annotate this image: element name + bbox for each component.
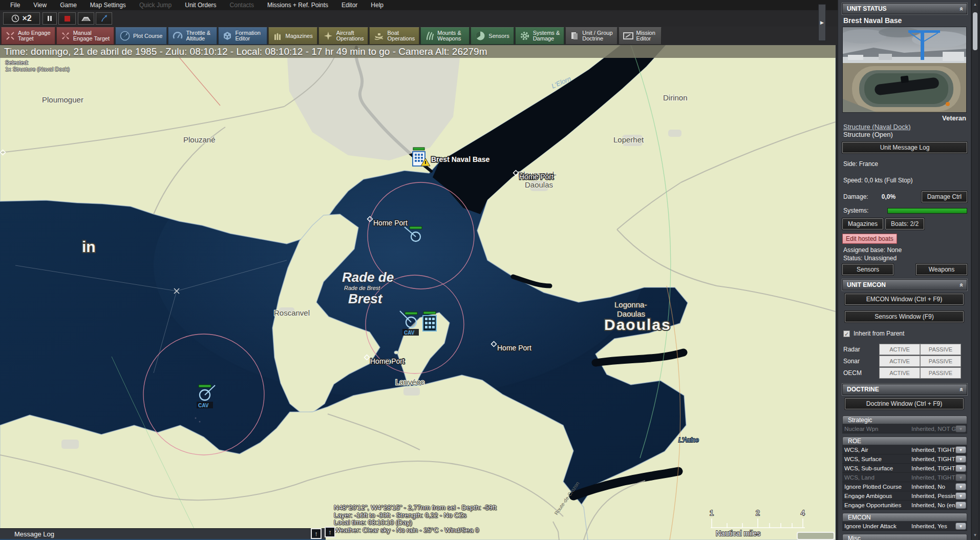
operations-toolbar: Auto EngageTarget ManualEngage Target Pl… bbox=[0, 27, 838, 45]
scroll-up-icon[interactable]: ▲ bbox=[973, 2, 977, 7]
edit-hosted-boats-button[interactable]: Edit hosted boats bbox=[842, 234, 897, 244]
dropdown-chevron-icon[interactable]: ▼ bbox=[955, 483, 966, 490]
map-viewport[interactable]: Ploumoguer Plouzané Roscanvel Lanvéoc Pl… bbox=[0, 45, 836, 540]
message-log-bar[interactable]: Message Log bbox=[0, 528, 326, 540]
svg-text:Nautical miles: Nautical miles bbox=[716, 529, 760, 537]
manual-engage-target-button[interactable]: ManualEngage Target bbox=[56, 27, 114, 45]
stop-button[interactable] bbox=[58, 12, 76, 25]
ignore-under-attack-row: Ignore Under Attack Inherited, Yes ▼ bbox=[842, 522, 967, 531]
dropdown-chevron-icon[interactable]: ▼ bbox=[955, 523, 966, 530]
boats-button[interactable]: Boats: 2/2 bbox=[885, 218, 924, 230]
scrollbar-thumb[interactable] bbox=[973, 12, 977, 50]
nuclear-wpn-row: Nuclear Wpn Inherited, NOT G ▼ bbox=[842, 424, 967, 433]
unit-status-header[interactable]: UNIT STATUS » bbox=[842, 3, 967, 14]
roe-subheader: ROE bbox=[842, 437, 967, 445]
jump-to-button[interactable] bbox=[96, 12, 112, 25]
sonar-passive-button[interactable]: PASSIVE bbox=[920, 356, 961, 367]
dropdown-chevron-icon[interactable]: ▼ bbox=[955, 465, 966, 472]
collapse-chevron-icon[interactable]: » bbox=[957, 387, 965, 391]
systems-damage-button[interactable]: Systems &Damage bbox=[515, 27, 565, 45]
inherit-from-parent-label: Inherit from Parent bbox=[854, 330, 904, 337]
sensors-window-button[interactable]: Sensors Window (F9) bbox=[845, 311, 964, 322]
wcs-surface-row: WCS, Surface Inherited, TIGHT ▼ bbox=[842, 454, 967, 464]
command-modern-operations-window: Ploumoguer Plouzané Roscanvel Lanvéoc Pl… bbox=[0, 0, 980, 540]
oecm-active-button[interactable]: ACTIVE bbox=[879, 367, 920, 379]
sidebar-scrollbar[interactable]: ▲ ▼ bbox=[971, 0, 978, 540]
wcs-air-row: WCS, Air Inherited, TIGHT ▼ bbox=[842, 445, 967, 454]
doctrine-header[interactable]: DOCTRINE » bbox=[842, 384, 967, 395]
health-bar bbox=[413, 148, 424, 150]
map-corner-control[interactable] bbox=[797, 532, 835, 540]
sonar-active-button[interactable]: ACTIVE bbox=[879, 356, 920, 367]
doctrine-window-button[interactable]: Doctrine Window (Ctrl + F9) bbox=[845, 398, 964, 409]
radar-label: Radar bbox=[843, 346, 879, 353]
unit-message-log-button[interactable]: Unit Message Log bbox=[842, 142, 967, 153]
engage-opportunities-row: Engage Opportunities Inherited, No (en ▼ bbox=[842, 501, 967, 510]
menu-map-settings[interactable]: Map Settings bbox=[84, 1, 132, 10]
formation-icon bbox=[223, 31, 232, 40]
cav-label: CAV bbox=[404, 330, 415, 336]
aulne-label: L'Aulne bbox=[678, 437, 699, 444]
emcon-window-button[interactable]: EMCON Window (Ctrl + F9) bbox=[845, 294, 964, 305]
menu-help[interactable]: Help bbox=[365, 1, 390, 10]
menu-bar: File View Game Map Settings Quick Jump U… bbox=[0, 0, 838, 10]
menu-file[interactable]: File bbox=[4, 1, 26, 10]
pause-icon bbox=[47, 15, 53, 22]
menu-unit-orders[interactable]: Unit Orders bbox=[179, 1, 222, 10]
sensors-sidebar-button[interactable]: Sensors bbox=[842, 264, 893, 275]
plot-course-button[interactable]: Plot Course bbox=[115, 27, 167, 45]
collapse-chevron-icon[interactable]: » bbox=[957, 283, 965, 286]
unit-type-link[interactable]: Structure (Naval Dock) bbox=[843, 123, 967, 131]
aircraft-operations-button[interactable]: AircraftOperations bbox=[318, 27, 369, 45]
bridge-view-button[interactable] bbox=[78, 12, 94, 25]
radar-passive-button[interactable]: PASSIVE bbox=[920, 344, 961, 355]
radar-active-button[interactable]: ACTIVE bbox=[879, 344, 920, 355]
oecm-passive-button[interactable]: PASSIVE bbox=[920, 367, 961, 379]
mission-editor-button[interactable]: MissionEditor bbox=[619, 27, 662, 45]
magazines-sidebar-button[interactable]: Magazines bbox=[842, 218, 883, 230]
auto-engage-target-button[interactable]: Auto EngageTarget bbox=[1, 27, 55, 45]
throttle-gauge-icon bbox=[173, 31, 183, 40]
boat-operations-button[interactable]: BoatOperations bbox=[369, 27, 419, 45]
emcon-table: Radar ACTIVE PASSIVE Sonar ACTIVE PASSIV… bbox=[843, 343, 967, 379]
svg-text:Home Port: Home Port bbox=[373, 219, 408, 227]
dropdown-chevron-icon[interactable]: ▼ bbox=[955, 502, 966, 509]
dropdown-chevron-icon[interactable]: ▼ bbox=[955, 446, 966, 453]
magazines-icon bbox=[273, 31, 282, 40]
strategic-subheader: Strategic bbox=[842, 416, 967, 424]
pause-button[interactable] bbox=[42, 12, 57, 25]
dropdown-chevron-icon[interactable]: ▼ bbox=[955, 492, 966, 500]
menu-missions-ref-points[interactable]: Missions + Ref. Points bbox=[261, 1, 334, 10]
cursor-status-block: N48°20'12", W4°28'15" - 2,77nm from sel … bbox=[334, 504, 496, 534]
svg-text:Brest: Brest bbox=[348, 291, 383, 306]
svg-text:Ploumoguer: Ploumoguer bbox=[42, 95, 83, 104]
unit-emcon-header[interactable]: UNIT EMCON » bbox=[842, 279, 967, 290]
center-camera-icon[interactable]: ↑ bbox=[325, 527, 335, 537]
formation-editor-button[interactable]: FormationEditor bbox=[218, 27, 267, 45]
inherit-from-parent-checkbox[interactable]: ✓ bbox=[843, 330, 850, 337]
menu-editor[interactable]: Editor bbox=[335, 1, 364, 10]
collapse-chevron-icon[interactable]: » bbox=[957, 7, 965, 10]
dropdown-chevron-icon[interactable]: ▼ bbox=[955, 455, 966, 463]
unit-status-title: UNIT STATUS bbox=[847, 5, 887, 12]
unit-group-doctrine-button[interactable]: Unit / GroupDoctrine bbox=[565, 27, 617, 45]
message-log-label: Message Log bbox=[14, 530, 54, 538]
menu-game[interactable]: Game bbox=[54, 1, 83, 10]
scroll-down-icon[interactable]: ▼ bbox=[973, 533, 977, 537]
emcon-subheader: EMCON bbox=[842, 513, 967, 522]
sidebar-collapse-button[interactable]: ▶ bbox=[818, 4, 826, 41]
throttle-altitude-button[interactable]: Throttle &Altitude bbox=[168, 27, 217, 45]
menu-view[interactable]: View bbox=[27, 1, 53, 10]
selected-label: Selected: bbox=[5, 59, 70, 66]
mounts-weapons-button[interactable]: Mounts &Weapons bbox=[420, 27, 470, 45]
logonna-label: Logonna- Daoulas bbox=[614, 300, 647, 318]
time-compression-button[interactable]: ×2 bbox=[3, 12, 40, 25]
svg-text:4: 4 bbox=[801, 509, 805, 517]
magazines-button[interactable]: Magazines bbox=[268, 27, 317, 45]
svg-text:Daoulas: Daoulas bbox=[525, 180, 553, 189]
message-log-expand-icon[interactable]: ↑ bbox=[311, 528, 322, 539]
sensors-button[interactable]: Sensors bbox=[471, 27, 514, 45]
weapons-button[interactable]: Weapons bbox=[916, 264, 967, 275]
damage-ctrl-button[interactable]: Damage Ctrl bbox=[922, 191, 967, 202]
menu-quick-jump: Quick Jump bbox=[133, 1, 178, 10]
